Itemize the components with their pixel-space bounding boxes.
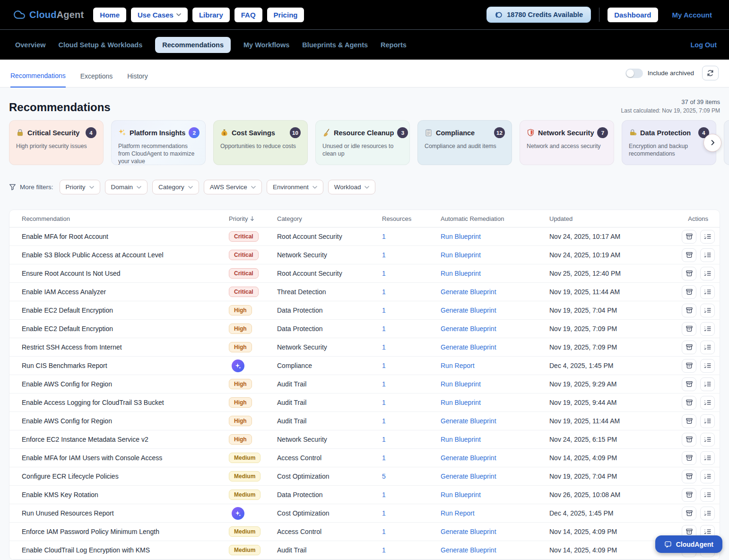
- details-button[interactable]: [700, 488, 715, 502]
- archive-button[interactable]: [682, 488, 696, 502]
- nav-button-faq[interactable]: FAQ: [234, 8, 262, 22]
- remediation-link[interactable]: Run Blueprint: [441, 251, 481, 259]
- category-card-network-security[interactable]: Network Security7Network and access secu…: [520, 120, 614, 165]
- resources-link[interactable]: 1: [382, 270, 386, 277]
- resources-link[interactable]: 1: [382, 288, 386, 296]
- archive-button[interactable]: [682, 304, 696, 317]
- nav-button-home[interactable]: Home: [93, 8, 126, 22]
- resources-link[interactable]: 1: [382, 362, 386, 369]
- nav-button-use-cases[interactable]: Use Cases: [131, 8, 188, 22]
- table-row[interactable]: Enable CloudTrail Log Encryption with KM…: [9, 541, 720, 560]
- col-category[interactable]: Category: [277, 215, 382, 222]
- archive-button[interactable]: [682, 285, 696, 299]
- resources-link[interactable]: 1: [382, 233, 386, 240]
- col-resources[interactable]: Resources: [382, 215, 441, 222]
- details-button[interactable]: [700, 230, 715, 244]
- my-account-link[interactable]: My Account: [672, 11, 712, 19]
- remediation-link[interactable]: Generate Blueprint: [441, 306, 496, 314]
- resources-link[interactable]: 1: [382, 454, 386, 462]
- table-row[interactable]: Enable Access Logging for CloudTrail S3 …: [9, 394, 720, 412]
- credits-badge[interactable]: 18780 Credits Available: [486, 7, 591, 23]
- category-card-partial[interactable]: [724, 120, 729, 165]
- details-button[interactable]: [700, 341, 715, 354]
- refresh-button[interactable]: [702, 66, 719, 80]
- archive-button[interactable]: [682, 470, 696, 483]
- table-row[interactable]: Enforce IAM Password Policy Minimum Leng…: [9, 523, 720, 541]
- table-row[interactable]: Configure ECR Lifecycle PoliciesMediumCo…: [9, 467, 720, 486]
- remediation-link[interactable]: Run Blueprint: [441, 380, 481, 388]
- subnav-item-blueprints-agents[interactable]: Blueprints & Agents: [302, 41, 368, 49]
- table-row[interactable]: Enable EC2 Default EncryptionHighData Pr…: [9, 301, 720, 320]
- details-button[interactable]: [700, 451, 715, 465]
- subnav-item-cloud-setup-workloads[interactable]: Cloud Setup & Workloads: [59, 41, 143, 49]
- resources-link[interactable]: 1: [382, 325, 386, 332]
- details-button[interactable]: [700, 248, 715, 262]
- resources-link[interactable]: 1: [382, 546, 386, 554]
- dashboard-button[interactable]: Dashboard: [608, 8, 658, 22]
- table-row[interactable]: Restrict SSH Access from InternetHighNet…: [9, 338, 720, 357]
- resources-link[interactable]: 1: [382, 306, 386, 314]
- resources-link[interactable]: 1: [382, 251, 386, 259]
- resources-link[interactable]: 1: [382, 436, 386, 443]
- details-button[interactable]: [700, 285, 715, 299]
- resources-link[interactable]: 5: [382, 472, 386, 480]
- remediation-link[interactable]: Run Blueprint: [441, 491, 481, 499]
- subnav-item-overview[interactable]: Overview: [15, 41, 46, 49]
- category-card-data-protection[interactable]: Data Protection4Encryption and backup re…: [622, 120, 716, 165]
- col-updated[interactable]: Updated: [549, 215, 682, 222]
- tab-recommendations[interactable]: Recommendations: [10, 72, 66, 88]
- resources-link[interactable]: 1: [382, 509, 386, 517]
- details-button[interactable]: [700, 396, 715, 410]
- archive-button[interactable]: [682, 322, 696, 336]
- remediation-link[interactable]: Generate Blueprint: [441, 343, 496, 351]
- archive-button[interactable]: [682, 396, 696, 410]
- resources-link[interactable]: 1: [382, 417, 386, 425]
- archive-button[interactable]: [682, 267, 696, 280]
- archive-button[interactable]: [682, 341, 696, 354]
- category-card-platform-insights[interactable]: Platform Insights2Platform recommendatio…: [111, 120, 206, 165]
- nav-button-library[interactable]: Library: [192, 8, 230, 22]
- archive-button[interactable]: [682, 248, 696, 262]
- filter-dropdown-priority[interactable]: Priority: [60, 180, 100, 194]
- archive-button[interactable]: [682, 377, 696, 391]
- remediation-link[interactable]: Generate Blueprint: [441, 546, 496, 554]
- subnav-item-recommendations[interactable]: Recommendations: [155, 37, 231, 53]
- col-recommendation[interactable]: Recommendation: [22, 215, 229, 222]
- resources-link[interactable]: 1: [382, 491, 386, 499]
- remediation-link[interactable]: Generate Blueprint: [441, 528, 496, 535]
- resources-link[interactable]: 1: [382, 380, 386, 388]
- details-button[interactable]: [700, 322, 715, 336]
- remediation-link[interactable]: Generate Blueprint: [441, 288, 496, 296]
- remediation-link[interactable]: Run Blueprint: [441, 436, 481, 443]
- remediation-link[interactable]: Generate Blueprint: [441, 454, 496, 462]
- details-button[interactable]: [700, 377, 715, 391]
- resources-link[interactable]: 1: [382, 343, 386, 351]
- details-button[interactable]: [700, 470, 715, 483]
- resources-link[interactable]: 1: [382, 399, 386, 406]
- filter-dropdown-workload[interactable]: Workload: [328, 180, 376, 194]
- table-row[interactable]: Enable EC2 Default EncryptionHighData Pr…: [9, 320, 720, 338]
- remediation-link[interactable]: Run Blueprint: [441, 270, 481, 277]
- filter-dropdown-environment[interactable]: Environment: [267, 180, 323, 194]
- remediation-link[interactable]: Run Blueprint: [441, 233, 481, 240]
- details-button[interactable]: [700, 433, 715, 446]
- table-row[interactable]: Enable S3 Block Public Access at Account…: [9, 246, 720, 264]
- category-card-resource-cleanup[interactable]: Resource Cleanup3Unused or idle resource…: [315, 120, 410, 165]
- archive-button[interactable]: [682, 433, 696, 446]
- category-card-critical-security[interactable]: Critical Security4High priority security…: [9, 120, 104, 165]
- resources-link[interactable]: 1: [382, 528, 386, 535]
- archive-button[interactable]: [682, 507, 696, 520]
- remediation-link[interactable]: Generate Blueprint: [441, 472, 496, 480]
- subnav-item-my-workflows[interactable]: My Workflows: [243, 41, 289, 49]
- details-button[interactable]: [700, 414, 715, 428]
- details-button[interactable]: [700, 304, 715, 317]
- category-card-cost-savings[interactable]: $Cost Savings10Opportunities to reduce c…: [213, 120, 308, 165]
- archive-button[interactable]: [682, 414, 696, 428]
- table-row[interactable]: Enable AWS Config for RegionHighAudit Tr…: [9, 375, 720, 394]
- remediation-link[interactable]: Generate Blueprint: [441, 325, 496, 332]
- table-row[interactable]: Run Unused Resources ReportCost Optimiza…: [9, 504, 720, 523]
- table-row[interactable]: Run CIS Benchmarks ReportCompliance1Run …: [9, 357, 720, 375]
- include-archived-toggle[interactable]: [625, 69, 643, 78]
- col-remediation[interactable]: Automatic Remediation: [441, 215, 549, 222]
- filter-dropdown-category[interactable]: Category: [152, 180, 199, 194]
